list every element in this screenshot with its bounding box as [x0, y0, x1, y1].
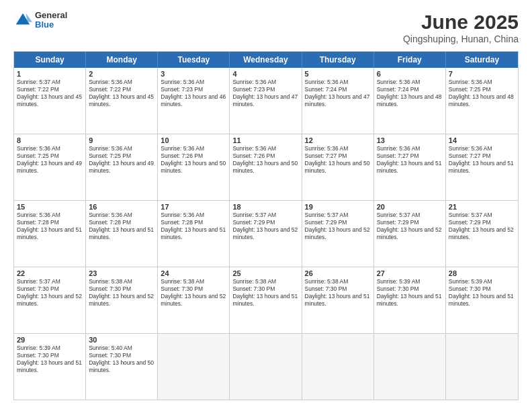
cell-info: Sunrise: 5:36 AM Sunset: 7:25 PM Dayligh…	[89, 145, 154, 175]
day-number: 1	[17, 70, 83, 78]
calendar-cell: 21Sunrise: 5:37 AM Sunset: 7:29 PM Dayli…	[446, 201, 518, 267]
calendar-cell	[158, 334, 230, 400]
day-number: 15	[17, 203, 83, 211]
cell-info: Sunrise: 5:37 AM Sunset: 7:29 PM Dayligh…	[449, 212, 515, 241]
header-day-friday: Friday	[374, 52, 446, 68]
calendar-row-0: 1Sunrise: 5:37 AM Sunset: 7:22 PM Daylig…	[14, 68, 518, 134]
header-day-monday: Monday	[86, 52, 158, 68]
day-number: 5	[305, 70, 371, 78]
header-day-tuesday: Tuesday	[158, 52, 230, 68]
calendar-cell: 25Sunrise: 5:38 AM Sunset: 7:30 PM Dayli…	[230, 267, 302, 333]
calendar-cell: 12Sunrise: 5:36 AM Sunset: 7:27 PM Dayli…	[302, 134, 374, 200]
title-section: June 2025 Qingshuping, Hunan, China	[403, 11, 519, 44]
cell-info: Sunrise: 5:39 AM Sunset: 7:30 PM Dayligh…	[449, 278, 515, 308]
header-day-sunday: Sunday	[14, 52, 86, 68]
cell-info: Sunrise: 5:36 AM Sunset: 7:26 PM Dayligh…	[232, 145, 298, 175]
cell-info: Sunrise: 5:36 AM Sunset: 7:22 PM Dayligh…	[89, 79, 154, 108]
cell-info: Sunrise: 5:39 AM Sunset: 7:30 PM Dayligh…	[377, 278, 443, 308]
day-number: 13	[377, 136, 443, 144]
header-day-thursday: Thursday	[302, 52, 374, 68]
calendar-row-1: 8Sunrise: 5:36 AM Sunset: 7:25 PM Daylig…	[14, 134, 518, 201]
calendar-cell: 14Sunrise: 5:36 AM Sunset: 7:27 PM Dayli…	[446, 134, 518, 200]
cell-info: Sunrise: 5:36 AM Sunset: 7:26 PM Dayligh…	[161, 145, 226, 175]
header: General Blue June 2025 Qingshuping, Huna…	[13, 11, 519, 44]
day-number: 6	[377, 70, 443, 78]
cell-info: Sunrise: 5:36 AM Sunset: 7:25 PM Dayligh…	[17, 145, 83, 175]
calendar-cell	[446, 334, 518, 400]
day-number: 3	[161, 70, 226, 78]
day-number: 27	[377, 269, 443, 277]
calendar-cell: 6Sunrise: 5:36 AM Sunset: 7:24 PM Daylig…	[374, 68, 446, 134]
calendar-cell: 30Sunrise: 5:40 AM Sunset: 7:30 PM Dayli…	[86, 334, 158, 400]
calendar-cell: 5Sunrise: 5:36 AM Sunset: 7:24 PM Daylig…	[302, 68, 374, 134]
cell-info: Sunrise: 5:39 AM Sunset: 7:30 PM Dayligh…	[17, 345, 83, 374]
calendar-cell: 23Sunrise: 5:38 AM Sunset: 7:30 PM Dayli…	[86, 267, 158, 333]
day-number: 25	[232, 269, 298, 277]
calendar-cell: 4Sunrise: 5:36 AM Sunset: 7:23 PM Daylig…	[230, 68, 302, 134]
calendar-cell: 19Sunrise: 5:37 AM Sunset: 7:29 PM Dayli…	[302, 201, 374, 267]
cell-info: Sunrise: 5:37 AM Sunset: 7:29 PM Dayligh…	[305, 212, 371, 241]
calendar-cell: 8Sunrise: 5:36 AM Sunset: 7:25 PM Daylig…	[14, 134, 86, 200]
calendar-cell	[230, 334, 302, 400]
page: General Blue June 2025 Qingshuping, Huna…	[0, 0, 532, 411]
cell-info: Sunrise: 5:36 AM Sunset: 7:28 PM Dayligh…	[17, 212, 83, 241]
cell-info: Sunrise: 5:36 AM Sunset: 7:27 PM Dayligh…	[377, 145, 443, 175]
logo-icon	[13, 11, 32, 30]
logo-line1: General	[35, 11, 67, 20]
calendar-cell: 24Sunrise: 5:38 AM Sunset: 7:30 PM Dayli…	[158, 267, 230, 333]
day-number: 12	[305, 136, 371, 144]
calendar-cell: 1Sunrise: 5:37 AM Sunset: 7:22 PM Daylig…	[14, 68, 86, 134]
cell-info: Sunrise: 5:36 AM Sunset: 7:27 PM Dayligh…	[305, 145, 371, 175]
calendar-cell: 13Sunrise: 5:36 AM Sunset: 7:27 PM Dayli…	[374, 134, 446, 200]
day-number: 9	[89, 136, 154, 144]
cell-info: Sunrise: 5:38 AM Sunset: 7:30 PM Dayligh…	[89, 278, 154, 308]
cell-info: Sunrise: 5:36 AM Sunset: 7:24 PM Dayligh…	[305, 79, 371, 108]
calendar-cell: 16Sunrise: 5:36 AM Sunset: 7:28 PM Dayli…	[86, 201, 158, 267]
cell-info: Sunrise: 5:38 AM Sunset: 7:30 PM Dayligh…	[232, 278, 298, 308]
calendar-row-3: 22Sunrise: 5:37 AM Sunset: 7:30 PM Dayli…	[14, 267, 518, 334]
subtitle: Qingshuping, Hunan, China	[403, 34, 519, 44]
calendar-cell	[374, 334, 446, 400]
day-number: 18	[232, 203, 298, 211]
calendar-body: 1Sunrise: 5:37 AM Sunset: 7:22 PM Daylig…	[14, 68, 518, 400]
calendar-cell: 10Sunrise: 5:36 AM Sunset: 7:26 PM Dayli…	[158, 134, 230, 200]
day-number: 22	[17, 269, 83, 277]
cell-info: Sunrise: 5:36 AM Sunset: 7:24 PM Dayligh…	[377, 79, 443, 108]
calendar-cell	[302, 334, 374, 400]
day-number: 16	[89, 203, 154, 211]
cell-info: Sunrise: 5:36 AM Sunset: 7:28 PM Dayligh…	[161, 212, 226, 241]
day-number: 21	[449, 203, 515, 211]
day-number: 10	[161, 136, 226, 144]
cell-info: Sunrise: 5:36 AM Sunset: 7:27 PM Dayligh…	[449, 145, 515, 175]
day-number: 19	[305, 203, 371, 211]
header-day-saturday: Saturday	[446, 52, 518, 68]
cell-info: Sunrise: 5:36 AM Sunset: 7:23 PM Dayligh…	[161, 79, 226, 108]
day-number: 26	[305, 269, 371, 277]
cell-info: Sunrise: 5:40 AM Sunset: 7:30 PM Dayligh…	[89, 345, 154, 374]
day-number: 8	[17, 136, 83, 144]
calendar-row-2: 15Sunrise: 5:36 AM Sunset: 7:28 PM Dayli…	[14, 201, 518, 267]
header-day-wednesday: Wednesday	[230, 52, 302, 68]
calendar-cell: 28Sunrise: 5:39 AM Sunset: 7:30 PM Dayli…	[446, 267, 518, 333]
calendar-cell: 7Sunrise: 5:36 AM Sunset: 7:25 PM Daylig…	[446, 68, 518, 134]
calendar-cell: 18Sunrise: 5:37 AM Sunset: 7:29 PM Dayli…	[230, 201, 302, 267]
calendar-row-4: 29Sunrise: 5:39 AM Sunset: 7:30 PM Dayli…	[14, 334, 518, 400]
logo-line2: Blue	[35, 20, 67, 30]
cell-info: Sunrise: 5:38 AM Sunset: 7:30 PM Dayligh…	[161, 278, 226, 308]
calendar-cell: 9Sunrise: 5:36 AM Sunset: 7:25 PM Daylig…	[86, 134, 158, 200]
calendar-cell: 29Sunrise: 5:39 AM Sunset: 7:30 PM Dayli…	[14, 334, 86, 400]
day-number: 30	[89, 336, 154, 344]
day-number: 4	[232, 70, 298, 78]
day-number: 2	[89, 70, 154, 78]
day-number: 23	[89, 269, 154, 277]
cell-info: Sunrise: 5:38 AM Sunset: 7:30 PM Dayligh…	[305, 278, 371, 308]
calendar-cell: 26Sunrise: 5:38 AM Sunset: 7:30 PM Dayli…	[302, 267, 374, 333]
day-number: 24	[161, 269, 226, 277]
logo: General Blue	[13, 11, 67, 30]
calendar-cell: 17Sunrise: 5:36 AM Sunset: 7:28 PM Dayli…	[158, 201, 230, 267]
cell-info: Sunrise: 5:37 AM Sunset: 7:22 PM Dayligh…	[17, 79, 83, 108]
calendar-cell: 15Sunrise: 5:36 AM Sunset: 7:28 PM Dayli…	[14, 201, 86, 267]
cell-info: Sunrise: 5:37 AM Sunset: 7:30 PM Dayligh…	[17, 278, 83, 308]
calendar: SundayMondayTuesdayWednesdayThursdayFrid…	[13, 51, 519, 400]
day-number: 28	[449, 269, 515, 277]
